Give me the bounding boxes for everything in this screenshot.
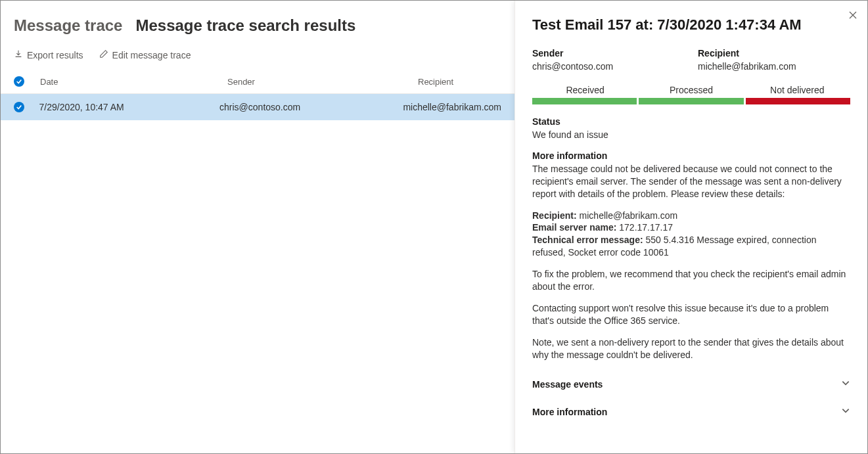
detail-panel: Test Email 157 at: 7/30/2020 1:47:34 AM … [514, 1, 867, 453]
detail-recipient-value: michelle@fabrikam.com [580, 210, 678, 221]
ndr-note-text: Note, we sent a non-delivery report to t… [532, 336, 850, 361]
sender-recipient-block: Sender chris@contoso.com Recipient miche… [532, 48, 850, 72]
status-section: Status We found an issue [532, 116, 850, 141]
toolbar: Export results Edit message trace [1, 47, 514, 70]
select-all-checkbox[interactable] [14, 76, 24, 87]
support-advice: Contacting support won't resolve this is… [532, 302, 850, 327]
row-sender: chris@contoso.com [219, 102, 403, 112]
more-information-body: The message could not be delivered becau… [532, 163, 850, 200]
breadcrumb-root[interactable]: Message trace [14, 16, 122, 35]
table-row[interactable]: 7/29/2020, 10:47 AM chris@contoso.com mi… [1, 94, 514, 120]
stage-received-bar [532, 98, 637, 104]
more-information-section: More information The message could not b… [532, 150, 850, 200]
detail-server-value: 172.17.17.17 [619, 222, 673, 233]
column-header-date[interactable]: Date [40, 77, 227, 87]
stage-processed-label: Processed [638, 85, 744, 98]
status-value: We found an issue [532, 129, 850, 141]
detail-recipient-label: Recipient: [532, 210, 577, 221]
more-information-heading: More information [532, 150, 850, 161]
detail-server-label: Email server name: [532, 222, 616, 233]
sender-value: chris@contoso.com [532, 61, 685, 72]
sender-label: Sender [532, 48, 685, 58]
chevron-down-icon [841, 378, 850, 390]
more-information-expander[interactable]: More information [532, 397, 850, 425]
support-advice-text: Contacting support won't resolve this is… [532, 302, 850, 327]
stage-received-label: Received [532, 85, 638, 98]
edit-message-trace-label: Edit message trace [112, 50, 191, 60]
fix-advice: To fix the problem, we recommend that yo… [532, 268, 850, 293]
recipient-value: michelle@fabrikam.com [698, 61, 850, 72]
edit-message-trace-button[interactable]: Edit message trace [99, 49, 191, 60]
column-header-recipient[interactable]: Recipient [418, 77, 501, 87]
chevron-down-icon [841, 406, 850, 417]
ndr-note: Note, we sent a non-delivery report to t… [532, 336, 850, 361]
more-information-2-heading: More information [532, 407, 607, 417]
error-details-section: Recipient: michelle@fabrikam.com Email s… [532, 210, 850, 260]
breadcrumb: Message trace Message trace search resul… [1, 9, 514, 47]
column-header-sender[interactable]: Sender [227, 77, 418, 87]
app-window: Message trace Message trace search resul… [0, 0, 868, 454]
stage-notdelivered-label: Not delivered [744, 85, 850, 98]
message-events-heading: Message events [532, 379, 603, 390]
export-results-button[interactable]: Export results [14, 49, 83, 60]
row-checkbox[interactable] [14, 102, 24, 112]
status-heading: Status [532, 116, 850, 127]
row-recipient: michelle@fabrikam.com [403, 102, 501, 112]
detail-title: Test Email 157 at: 7/30/2020 1:47:34 AM [532, 16, 850, 34]
pencil-icon [99, 49, 108, 60]
download-icon [14, 49, 23, 60]
stage-notdelivered-bar [746, 98, 850, 104]
close-button[interactable] [848, 10, 858, 22]
row-date: 7/29/2020, 10:47 AM [39, 102, 220, 112]
stage-processed-bar [639, 98, 743, 104]
table-header: Date Sender Recipient [1, 70, 514, 94]
delivery-stages: Received Processed Not delivered [532, 85, 850, 104]
recipient-label: Recipient [698, 48, 850, 58]
detail-tech-label: Technical error message: [532, 235, 643, 245]
export-results-label: Export results [27, 50, 83, 60]
breadcrumb-current: Message trace search results [135, 16, 355, 35]
main-panel: Message trace Message trace search resul… [1, 1, 514, 453]
fix-advice-text: To fix the problem, we recommend that yo… [532, 268, 850, 293]
message-events-expander[interactable]: Message events [532, 370, 850, 397]
